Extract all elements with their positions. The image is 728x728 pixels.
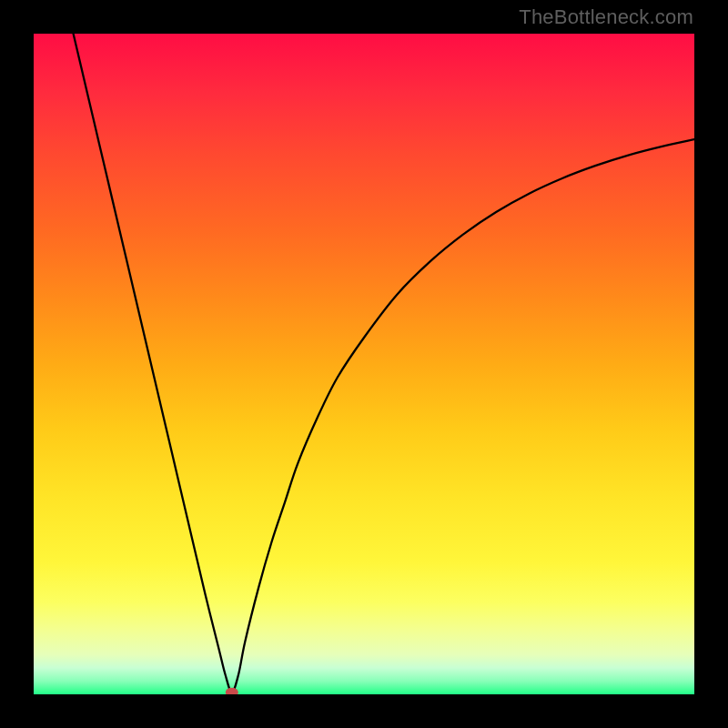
curve-layer	[34, 34, 694, 694]
plot-area	[34, 34, 694, 694]
watermark-label: TheBottleneck.com	[519, 5, 693, 29]
minimum-marker	[226, 688, 238, 694]
bottleneck-curve	[74, 34, 694, 693]
chart-frame: TheBottleneck.com	[0, 0, 728, 728]
